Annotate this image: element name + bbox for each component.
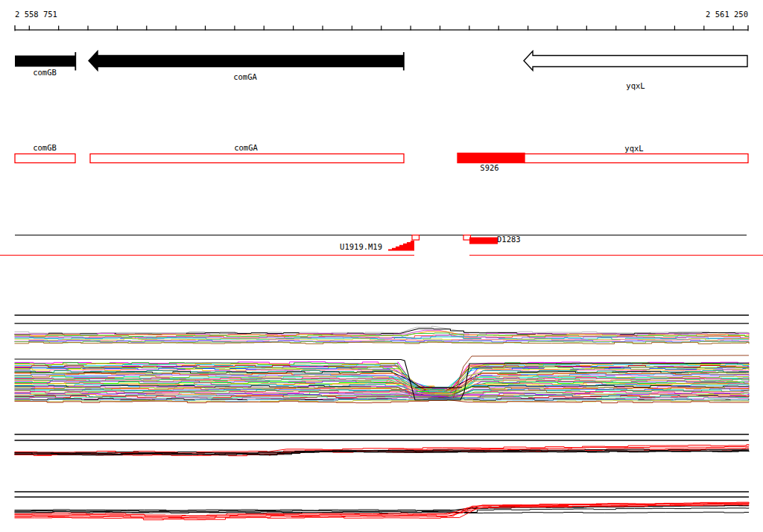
- segment-yqxL-box[interactable]: [525, 154, 748, 163]
- feature-label-D1283: D1283: [497, 235, 521, 244]
- segment-label-comGB: comGB: [33, 144, 57, 152]
- gene-label-yqxL: yqxL: [626, 82, 645, 90]
- genome-browser-view: 2 558 751 2 561 250 comGB comGA yqxL com…: [0, 0, 763, 532]
- tracks-canvas: [0, 0, 763, 532]
- gene-comGB-end-bar: [75, 52, 76, 71]
- gene-label-comGA: comGA: [233, 73, 257, 81]
- ruler-start-coordinate: 2 558 751: [15, 10, 57, 19]
- feature-U1919-M19-wedge[interactable]: [384, 239, 414, 251]
- anchor-square[interactable]: [412, 235, 420, 241]
- profile-line: [15, 326, 750, 334]
- gene-comGA-arrow[interactable]: [89, 51, 404, 71]
- segment-comGB-box[interactable]: [15, 154, 75, 163]
- gene-comGA-end-bar: [403, 52, 405, 71]
- segment-S926-box[interactable]: [458, 153, 525, 163]
- segment-label-comGA: comGA: [234, 144, 258, 152]
- gene-yqxL-arrow[interactable]: [524, 51, 747, 71]
- ruler-end-coordinate: 2 561 250: [706, 10, 748, 19]
- feature-D1283-box[interactable]: [469, 238, 498, 244]
- profile-line: [15, 329, 750, 335]
- feature-label-U1919-M19: U1919.M19: [340, 243, 382, 251]
- segment-comGA-box[interactable]: [90, 154, 404, 163]
- segment-label-yqxL: yqxL: [624, 145, 643, 153]
- segment-label-S926: S926: [480, 164, 498, 172]
- gene-label-comGB: comGB: [33, 69, 57, 77]
- gene-comGB-bar[interactable]: [15, 56, 75, 67]
